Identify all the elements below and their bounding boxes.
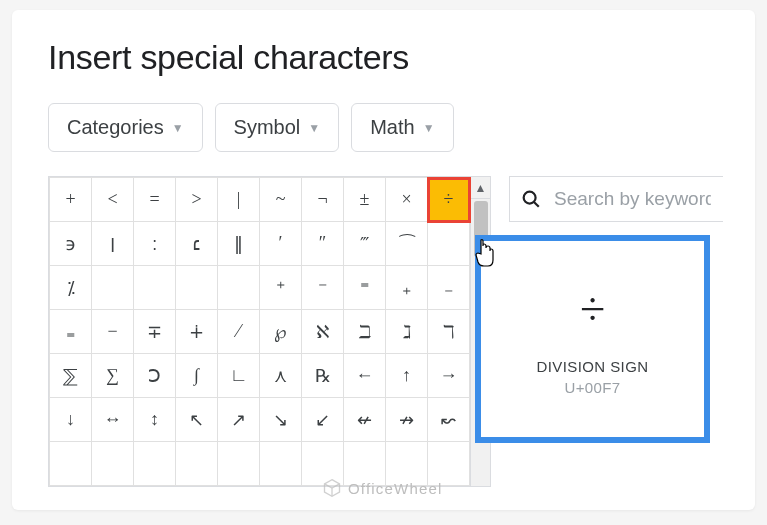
character-cell[interactable]: ~ bbox=[260, 178, 302, 222]
character-cell[interactable]: ″ bbox=[302, 222, 344, 266]
character-cell[interactable]: ׆ bbox=[176, 222, 218, 266]
character-cell[interactable]: ↑ bbox=[386, 354, 428, 398]
character-cell[interactable] bbox=[50, 442, 92, 486]
character-cell[interactable]: ∓ bbox=[134, 310, 176, 354]
character-cell[interactable]: ↘ bbox=[260, 398, 302, 442]
officewheel-logo-icon bbox=[322, 478, 342, 498]
character-cell[interactable]: ℘ bbox=[260, 310, 302, 354]
character-cell[interactable]: ℷ bbox=[386, 310, 428, 354]
character-cell[interactable] bbox=[134, 442, 176, 486]
character-cell[interactable] bbox=[176, 266, 218, 310]
character-cell[interactable]: ϶ bbox=[50, 222, 92, 266]
character-cell[interactable]: ℞ bbox=[302, 354, 344, 398]
character-grid: +<=>|~¬±×÷϶׀׃׆‖′″‴⁀⁒⁺⁻⁼₊₋₌−∓∔∕℘ℵℶℷℸ⅀∑Ↄ∫∟… bbox=[49, 177, 470, 486]
character-cell[interactable]: ₊ bbox=[386, 266, 428, 310]
character-cell[interactable] bbox=[218, 442, 260, 486]
character-cell[interactable]: > bbox=[176, 178, 218, 222]
preview-glyph: ÷ bbox=[580, 283, 605, 336]
search-box[interactable] bbox=[509, 176, 723, 222]
character-cell[interactable]: ↚ bbox=[344, 398, 386, 442]
character-preview-tooltip: ÷ DIVISION SIGN U+00F7 bbox=[475, 235, 710, 443]
character-cell[interactable]: ∔ bbox=[176, 310, 218, 354]
character-cell[interactable]: ℸ bbox=[428, 310, 470, 354]
character-cell[interactable] bbox=[92, 266, 134, 310]
search-icon bbox=[520, 188, 542, 210]
character-cell[interactable]: Ↄ bbox=[134, 354, 176, 398]
chevron-down-icon: ▼ bbox=[423, 121, 435, 135]
math-label: Math bbox=[370, 116, 414, 139]
character-cell[interactable]: ‴ bbox=[344, 222, 386, 266]
character-cell[interactable]: ↙ bbox=[302, 398, 344, 442]
character-cell[interactable]: ↛ bbox=[386, 398, 428, 442]
special-characters-dialog: Insert special characters Categories ▼ S… bbox=[12, 10, 755, 510]
character-cell[interactable]: − bbox=[92, 310, 134, 354]
chevron-down-icon: ▼ bbox=[308, 121, 320, 135]
character-cell[interactable]: ∕ bbox=[218, 310, 260, 354]
character-cell[interactable]: ↜ bbox=[428, 398, 470, 442]
character-cell[interactable]: ± bbox=[344, 178, 386, 222]
character-cell[interactable]: ¬ bbox=[302, 178, 344, 222]
character-cell[interactable]: ⁼ bbox=[344, 266, 386, 310]
dialog-title: Insert special characters bbox=[48, 38, 723, 77]
character-cell[interactable]: → bbox=[428, 354, 470, 398]
character-cell[interactable]: ↖ bbox=[176, 398, 218, 442]
chevron-down-icon: ▼ bbox=[172, 121, 184, 135]
character-cell[interactable] bbox=[218, 266, 260, 310]
character-cell[interactable]: ‖ bbox=[218, 222, 260, 266]
character-cell[interactable]: × bbox=[386, 178, 428, 222]
symbol-label: Symbol bbox=[234, 116, 301, 139]
character-cell[interactable]: ⁻ bbox=[302, 266, 344, 310]
character-cell[interactable]: ⁀ bbox=[386, 222, 428, 266]
character-cell[interactable]: + bbox=[50, 178, 92, 222]
character-cell[interactable]: ℶ bbox=[344, 310, 386, 354]
character-cell[interactable]: ₋ bbox=[428, 266, 470, 310]
character-cell[interactable]: ₌ bbox=[50, 310, 92, 354]
preview-code: U+00F7 bbox=[564, 379, 620, 396]
search-input[interactable] bbox=[552, 187, 713, 211]
symbol-dropdown[interactable]: Symbol ▼ bbox=[215, 103, 340, 152]
categories-label: Categories bbox=[67, 116, 164, 139]
character-cell[interactable]: ↕ bbox=[134, 398, 176, 442]
character-cell[interactable] bbox=[92, 442, 134, 486]
character-cell[interactable]: ⅀ bbox=[50, 354, 92, 398]
character-grid-wrap: +<=>|~¬±×÷϶׀׃׆‖′″‴⁀⁒⁺⁻⁼₊₋₌−∓∔∕℘ℵℶℷℸ⅀∑Ↄ∫∟… bbox=[48, 176, 491, 487]
character-cell[interactable]: ∫ bbox=[176, 354, 218, 398]
character-cell[interactable] bbox=[134, 266, 176, 310]
character-cell[interactable] bbox=[176, 442, 218, 486]
svg-line-1 bbox=[534, 202, 539, 207]
character-cell[interactable]: ← bbox=[344, 354, 386, 398]
character-cell[interactable]: ÷ bbox=[428, 178, 470, 222]
preview-name: DIVISION SIGN bbox=[537, 358, 649, 375]
scroll-up-button[interactable]: ▲ bbox=[471, 177, 490, 199]
character-cell[interactable]: ℵ bbox=[302, 310, 344, 354]
character-cell[interactable] bbox=[428, 222, 470, 266]
character-cell[interactable]: ↗ bbox=[218, 398, 260, 442]
svg-point-0 bbox=[524, 192, 536, 204]
character-cell[interactable] bbox=[260, 442, 302, 486]
math-dropdown[interactable]: Math ▼ bbox=[351, 103, 453, 152]
watermark: OfficeWheel bbox=[322, 478, 443, 498]
character-cell[interactable]: ׃ bbox=[134, 222, 176, 266]
filter-row: Categories ▼ Symbol ▼ Math ▼ bbox=[48, 103, 723, 152]
character-cell[interactable]: ⋏ bbox=[260, 354, 302, 398]
character-cell[interactable]: ∟ bbox=[218, 354, 260, 398]
character-cell[interactable]: ׀ bbox=[92, 222, 134, 266]
character-cell[interactable]: ↔ bbox=[92, 398, 134, 442]
character-cell[interactable]: ↓ bbox=[50, 398, 92, 442]
character-cell[interactable]: ⁒ bbox=[50, 266, 92, 310]
character-cell[interactable]: ∑ bbox=[92, 354, 134, 398]
character-cell[interactable]: ⁺ bbox=[260, 266, 302, 310]
character-cell[interactable]: | bbox=[218, 178, 260, 222]
character-cell[interactable]: = bbox=[134, 178, 176, 222]
categories-dropdown[interactable]: Categories ▼ bbox=[48, 103, 203, 152]
character-cell[interactable]: ′ bbox=[260, 222, 302, 266]
watermark-text: OfficeWheel bbox=[348, 480, 443, 497]
character-cell[interactable]: < bbox=[92, 178, 134, 222]
